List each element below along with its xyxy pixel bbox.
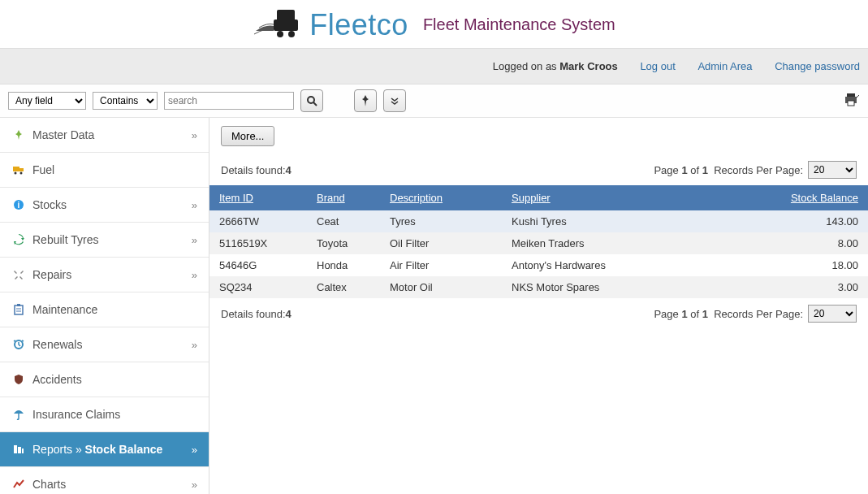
operator-select[interactable]: Contains xyxy=(93,92,158,110)
col-brand[interactable]: Brand xyxy=(307,185,380,210)
sidebar-item-repairs[interactable]: Repairs» xyxy=(0,258,209,292)
svg-rect-16 xyxy=(17,304,20,306)
field-select[interactable]: Any field xyxy=(8,92,86,110)
col-stock-balance[interactable]: Stock Balance xyxy=(754,185,868,210)
details-found-label: Details found: xyxy=(221,164,286,176)
sidebar-item-crumb: » Stock Balance xyxy=(72,443,162,456)
print-button[interactable] xyxy=(844,93,860,110)
search-button[interactable] xyxy=(300,89,323,112)
chart-icon xyxy=(11,477,26,492)
expand-icon: » xyxy=(192,199,197,211)
sidebar-item-insurance-claims[interactable]: Insurance Claims xyxy=(0,397,209,432)
sidebar-item-stocks[interactable]: iStocks» xyxy=(0,188,209,223)
page-label: Page 1 of 1 xyxy=(654,308,708,320)
expand-icon: » xyxy=(192,339,197,351)
reports-icon xyxy=(11,442,26,457)
svg-point-3 xyxy=(288,31,295,37)
col-description[interactable]: Description xyxy=(380,185,502,210)
table-row[interactable]: 2666TWCeatTyresKushi Tyres143.00 xyxy=(209,210,868,232)
clock-icon xyxy=(11,337,26,352)
col-supplier[interactable]: Supplier xyxy=(502,185,754,210)
svg-point-4 xyxy=(308,97,314,103)
pin-icon xyxy=(11,128,26,142)
cell-brand: Honda xyxy=(307,254,380,276)
rpp-select-top[interactable]: 20 xyxy=(808,161,857,179)
svg-rect-15 xyxy=(15,306,23,314)
svg-line-5 xyxy=(313,102,317,106)
expand-icon: » xyxy=(192,479,197,491)
main-content: More... Details found: 4 Page 1 of 1 Rec… xyxy=(209,118,868,494)
truck-icon xyxy=(11,162,26,177)
sidebar-item-reports[interactable]: Reports » Stock Balance» xyxy=(0,432,209,467)
brand-name: Fleetco xyxy=(309,8,408,42)
sidebar-item-renewals[interactable]: Renewals» xyxy=(0,327,209,362)
admin-area-link[interactable]: Admin Area xyxy=(697,60,752,72)
table-row[interactable]: 5116519XToyotaOil FilterMeiken Traders8.… xyxy=(209,232,868,254)
sidebar-item-fuel[interactable]: Fuel xyxy=(0,153,209,188)
svg-rect-9 xyxy=(13,167,19,171)
data-table: Item ID Brand Description Supplier Stock… xyxy=(209,185,868,298)
recycle-icon xyxy=(11,232,26,247)
sidebar-item-label: Rebuilt Tyres xyxy=(32,233,98,246)
svg-point-11 xyxy=(15,172,17,175)
badge-icon xyxy=(11,372,26,387)
sidebar-item-label: Accidents xyxy=(32,373,82,386)
rpp-label: Records Per Page: xyxy=(714,164,803,176)
cell-description: Air Filter xyxy=(380,254,502,276)
tagline: Fleet Maintenance System xyxy=(423,15,615,34)
cell-supplier: Meiken Traders xyxy=(502,232,754,254)
sidebar-item-maintenance[interactable]: Maintenance xyxy=(0,292,209,327)
cell-item-id: 54646G xyxy=(209,254,307,276)
svg-rect-1 xyxy=(274,20,298,31)
sidebar-item-label: Master Data xyxy=(32,128,94,141)
pin-button[interactable] xyxy=(354,89,377,112)
expand-icon: » xyxy=(192,234,197,246)
sidebar-item-label: Maintenance xyxy=(32,303,97,316)
sidebar-item-label: Fuel xyxy=(32,163,54,176)
rpp-select-bottom[interactable]: 20 xyxy=(808,305,857,323)
table-row[interactable]: 54646GHondaAir FilterAntony's Hardwares1… xyxy=(209,254,868,276)
sidebar: Master Data»FueliStocks»Rebuilt Tyres»Re… xyxy=(0,118,209,494)
sidebar-item-label: Insurance Claims xyxy=(32,408,120,421)
tools-icon xyxy=(11,267,26,282)
sidebar-item-master-data[interactable]: Master Data» xyxy=(0,118,209,153)
cell-supplier: Kushi Tyres xyxy=(502,210,754,232)
logout-link[interactable]: Log out xyxy=(640,60,675,72)
info-bar-bottom: Details found: 4 Page 1 of 1 Records Per… xyxy=(209,298,868,329)
umbrella-icon xyxy=(11,407,26,422)
svg-point-12 xyxy=(20,172,23,175)
sidebar-item-charts[interactable]: Charts» xyxy=(0,467,209,494)
cell-item-id: SQ234 xyxy=(209,276,307,298)
logo: Fleetco xyxy=(253,6,408,43)
cell-stock-balance: 8.00 xyxy=(754,232,868,254)
details-found-count: 4 xyxy=(286,164,291,176)
svg-rect-21 xyxy=(14,445,17,453)
svg-rect-23 xyxy=(22,448,24,453)
user-bar: Logged on as Mark Croos Log out Admin Ar… xyxy=(0,49,868,84)
table-row[interactable]: SQ234CaltexMotor OilNKS Motor Spares3.00 xyxy=(209,276,868,298)
expand-icon: » xyxy=(192,444,197,456)
cell-stock-balance: 143.00 xyxy=(754,210,868,232)
sidebar-item-rebuilt-tyres[interactable]: Rebuilt Tyres» xyxy=(0,223,209,258)
sidebar-item-accidents[interactable]: Accidents xyxy=(0,362,209,397)
cell-brand: Caltex xyxy=(307,276,380,298)
search-toolbar: Any field Contains xyxy=(0,84,868,118)
cell-item-id: 2666TW xyxy=(209,210,307,232)
logged-on-label: Logged on as xyxy=(493,60,559,72)
col-item-id[interactable]: Item ID xyxy=(209,185,307,210)
search-input[interactable] xyxy=(164,92,294,110)
cell-description: Tyres xyxy=(380,210,502,232)
cell-supplier: Antony's Hardwares xyxy=(502,254,754,276)
more-button[interactable]: More... xyxy=(221,126,274,146)
change-password-link[interactable]: Change password xyxy=(775,60,860,72)
dropdown-button[interactable] xyxy=(383,89,406,112)
svg-rect-8 xyxy=(848,101,854,106)
expand-icon: » xyxy=(192,269,197,281)
bus-icon xyxy=(253,6,306,43)
svg-rect-22 xyxy=(18,447,21,453)
expand-icon: » xyxy=(192,129,197,141)
cell-item-id: 5116519X xyxy=(209,232,307,254)
cell-description: Motor Oil xyxy=(380,276,502,298)
svg-rect-6 xyxy=(847,93,855,97)
details-found-count: 4 xyxy=(286,308,291,320)
